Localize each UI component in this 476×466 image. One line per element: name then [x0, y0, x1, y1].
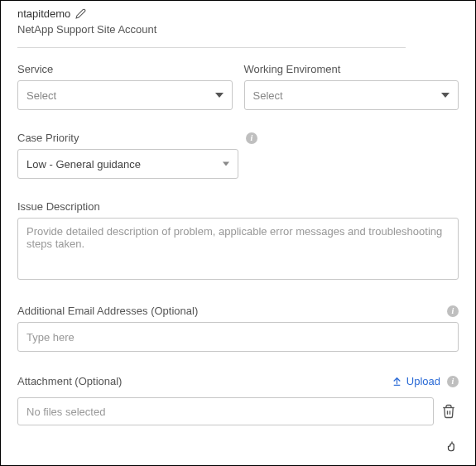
upload-link[interactable]: Upload — [392, 375, 440, 387]
no-files-text: No files selected — [26, 406, 105, 418]
issue-textarea[interactable] — [17, 218, 459, 280]
divider — [17, 47, 406, 48]
edit-icon[interactable] — [75, 8, 86, 19]
account-name: ntapitdemo — [17, 7, 70, 20]
environment-placeholder: Select — [253, 89, 283, 102]
caret-down-icon — [223, 162, 229, 166]
priority-value: Low - General guidance — [26, 158, 141, 171]
caret-down-icon — [215, 93, 224, 98]
upload-label: Upload — [406, 375, 440, 387]
emails-input[interactable] — [17, 322, 459, 352]
service-placeholder: Select — [26, 89, 56, 102]
cursor-icon — [447, 440, 462, 455]
environment-label: Working Enviroment — [244, 63, 341, 75]
trash-icon — [441, 404, 456, 419]
delete-button[interactable] — [439, 401, 459, 421]
service-select[interactable]: Select — [17, 80, 233, 110]
environment-select[interactable]: Select — [244, 80, 459, 110]
info-icon[interactable]: i — [246, 132, 257, 144]
service-label: Service — [17, 63, 53, 75]
caret-down-icon — [441, 93, 450, 98]
priority-select[interactable]: Low - General guidance — [17, 149, 238, 179]
file-box[interactable]: No files selected — [17, 397, 434, 425]
info-icon[interactable]: i — [447, 305, 459, 317]
priority-label: Case Priority — [17, 132, 79, 144]
upload-icon — [392, 376, 402, 387]
attachment-label: Attachment (Optional) — [17, 375, 122, 387]
emails-label: Additional Email Addresses (Optional) — [17, 305, 198, 317]
issue-label: Issue Description — [17, 200, 100, 213]
info-icon[interactable]: i — [447, 376, 459, 387]
account-subtitle: NetApp Support Site Account — [17, 23, 459, 36]
